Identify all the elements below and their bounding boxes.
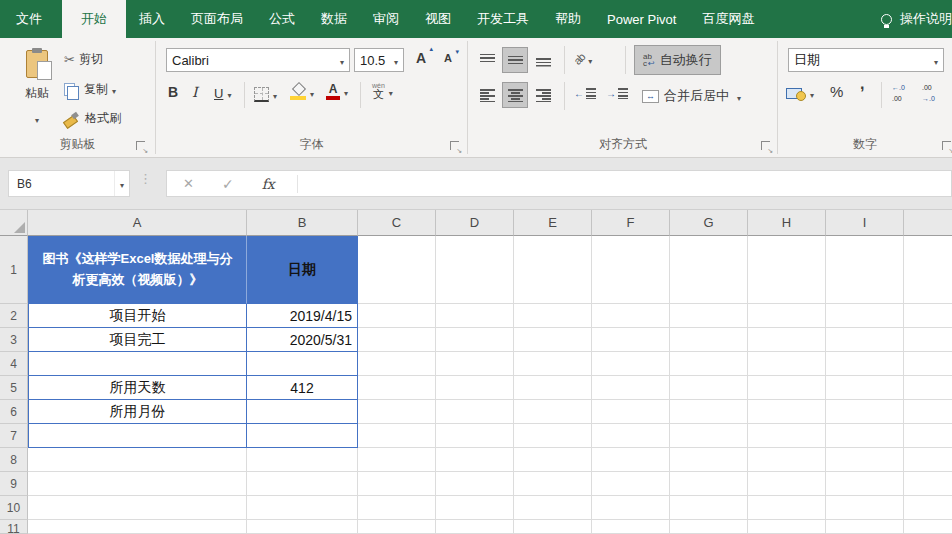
name-box[interactable]: B6 [8,170,130,197]
tab-review[interactable]: 审阅 [360,0,412,38]
cell[interactable] [904,352,952,376]
top-align-button[interactable] [474,47,500,73]
tell-me[interactable]: 操作说明 [881,0,952,38]
column-header-F[interactable]: F [592,210,670,236]
cell[interactable] [670,328,748,352]
right-align-button[interactable] [530,82,556,108]
cell[interactable] [514,400,592,424]
middle-align-button[interactable] [502,47,528,73]
cell[interactable] [514,376,592,400]
cell[interactable] [436,424,514,448]
tab-developer[interactable]: 开发工具 [464,0,542,38]
accounting-format-button[interactable] [786,84,814,102]
cell[interactable] [826,400,904,424]
cell[interactable] [904,448,952,472]
cell[interactable] [592,352,670,376]
cell[interactable] [904,376,952,400]
accounting-dropdown-icon[interactable] [810,84,814,102]
cancel-icon[interactable]: ✕ [183,176,194,191]
cell[interactable] [514,424,592,448]
cell-B1[interactable]: 日期 [247,236,358,304]
cell[interactable] [904,424,952,448]
cell[interactable] [826,328,904,352]
tab-baidu-netdisk[interactable]: 百度网盘 [689,0,767,38]
row-header-5[interactable]: 5 [0,376,28,400]
cell[interactable] [904,400,952,424]
cell[interactable] [748,448,826,472]
increase-decimal-button[interactable]: ←.0 .00 [892,84,905,102]
cell[interactable] [670,352,748,376]
cell[interactable] [670,376,748,400]
cell[interactable] [748,304,826,328]
formula-bar-drag-handle[interactable]: ⋮ [139,171,152,186]
cell[interactable] [826,472,904,496]
cell[interactable] [592,400,670,424]
font-name-combo[interactable]: Calibri [166,48,350,72]
enter-icon[interactable]: ✓ [222,176,234,192]
cell[interactable] [28,448,247,472]
font-size-dropdown-icon[interactable] [394,53,398,68]
column-header-D[interactable]: D [436,210,514,236]
cell[interactable] [592,520,670,534]
cell[interactable] [904,496,952,520]
cell[interactable] [436,376,514,400]
tab-data[interactable]: 数据 [308,0,360,38]
cell[interactable] [670,424,748,448]
cell[interactable] [748,352,826,376]
fill-color-dropdown-icon[interactable] [310,83,314,101]
tab-insert[interactable]: 插入 [126,0,178,38]
row-header-4[interactable]: 4 [0,352,28,376]
cell-A2[interactable]: 项目开始 [28,304,247,328]
cell[interactable] [358,352,436,376]
tab-home[interactable]: 开始 [62,0,126,38]
copy-button[interactable]: 复制 [64,80,116,98]
comma-style-button[interactable]: , [860,80,864,88]
row-header-8[interactable]: 8 [0,448,28,472]
cell-A3[interactable]: 项目完工 [28,328,247,352]
cell-B4[interactable] [247,352,358,376]
orientation-button[interactable]: ab [574,50,592,68]
cell[interactable] [247,520,358,534]
cell[interactable] [592,424,670,448]
column-header-C[interactable]: C [358,210,436,236]
cell-A7[interactable] [28,424,247,448]
row-header-10[interactable]: 10 [0,496,28,520]
decrease-indent-button[interactable]: ← [574,88,596,99]
cell[interactable] [358,496,436,520]
cell[interactable] [826,424,904,448]
cell[interactable] [358,400,436,424]
bottom-align-button[interactable] [530,47,556,73]
cell[interactable] [748,496,826,520]
cell[interactable] [592,236,670,304]
orientation-dropdown-icon[interactable] [588,50,592,68]
font-size-combo[interactable]: 10.5 [354,48,404,72]
cell[interactable] [826,376,904,400]
column-header-H[interactable]: H [748,210,826,236]
tab-formulas[interactable]: 公式 [256,0,308,38]
format-painter-button[interactable]: 格式刷 [64,110,121,127]
paste-button[interactable]: 粘贴 [12,44,62,134]
row-header-3[interactable]: 3 [0,328,28,352]
column-header-B[interactable]: B [247,210,358,236]
cell[interactable] [436,236,514,304]
cell[interactable] [514,328,592,352]
cell[interactable] [670,472,748,496]
column-header-I[interactable]: I [826,210,904,236]
cell[interactable] [514,472,592,496]
cell[interactable] [358,472,436,496]
row-header-7[interactable]: 7 [0,424,28,448]
increase-font-button[interactable]: A [416,50,426,66]
cell[interactable] [514,352,592,376]
cell[interactable] [358,328,436,352]
cell[interactable] [592,328,670,352]
cell[interactable] [670,304,748,328]
number-format-dropdown-icon[interactable] [934,53,938,68]
paste-dropdown-icon[interactable] [35,109,39,127]
cell[interactable] [514,304,592,328]
cell[interactable] [592,472,670,496]
cell[interactable] [514,448,592,472]
formula-input[interactable] [298,171,951,196]
cell[interactable] [592,376,670,400]
cell[interactable] [826,448,904,472]
font-color-dropdown-icon[interactable] [344,82,348,100]
